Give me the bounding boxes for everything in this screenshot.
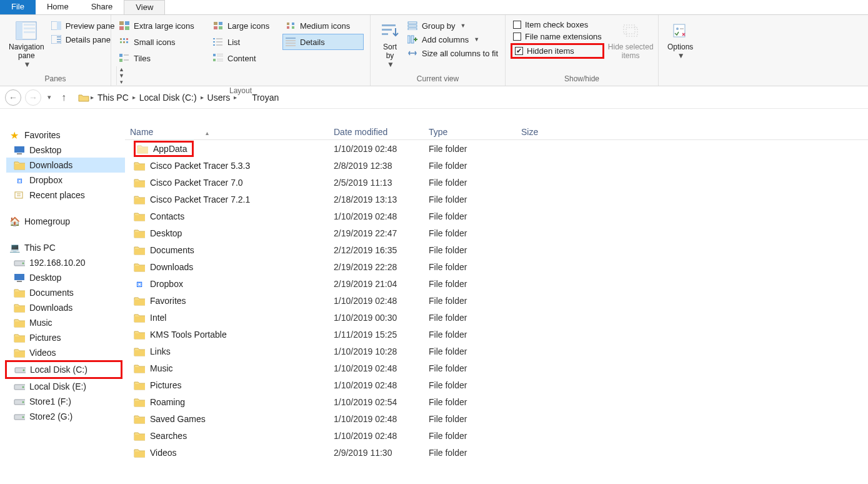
chevron-right-icon[interactable]: ▸ bbox=[89, 94, 95, 101]
back-button[interactable]: ← bbox=[5, 89, 21, 106]
sidebar-favorites[interactable]: ★Favorites bbox=[6, 128, 125, 143]
history-dropdown[interactable]: ▾ bbox=[45, 93, 54, 101]
chevron-right-icon[interactable]: ▸ bbox=[232, 94, 238, 101]
file-date: 1/10/2019 02:48 bbox=[329, 363, 424, 373]
svg-point-72 bbox=[22, 386, 24, 388]
layout-scroll-up-icon[interactable]: ▲ bbox=[118, 66, 125, 73]
file-date: 2/8/2019 12:38 bbox=[329, 161, 424, 171]
item-check-boxes-toggle[interactable]: Item check boxes bbox=[511, 19, 604, 31]
breadcrumb-segment[interactable]: Users bbox=[205, 93, 233, 103]
sidebar-item[interactable]: ⧈Dropbox bbox=[6, 173, 125, 188]
chevron-right-icon[interactable]: ▸ bbox=[199, 94, 205, 101]
tab-file[interactable]: File bbox=[0, 0, 36, 14]
layout-large-icons[interactable]: Large icons bbox=[210, 18, 282, 34]
column-date[interactable]: Date modified bbox=[329, 124, 424, 139]
sidebar-item[interactable]: Store2 (G:) bbox=[6, 409, 125, 424]
file-row[interactable]: KMS Tools Portable1/11/2019 15:25File fo… bbox=[125, 326, 868, 343]
sort-by-button[interactable]: Sort by ▼ bbox=[376, 18, 404, 73]
file-date: 1/10/2019 10:28 bbox=[329, 346, 424, 356]
file-row[interactable]: Cisco Packet Tracer 7.2.12/18/2019 13:13… bbox=[125, 191, 868, 208]
tab-home[interactable]: Home bbox=[36, 0, 80, 14]
up-button[interactable]: ↑ bbox=[57, 92, 70, 103]
file-row[interactable]: Pictures1/10/2019 02:48File folder bbox=[125, 376, 868, 393]
sidebar-item[interactable]: Music bbox=[6, 315, 125, 330]
file-row[interactable]: Videos2/9/2019 11:30File folder bbox=[125, 444, 868, 461]
column-name[interactable]: Name ▴ bbox=[125, 124, 329, 139]
file-row[interactable]: Intel1/10/2019 00:30File folder bbox=[125, 309, 868, 326]
svg-rect-17 bbox=[214, 26, 217, 29]
sidebar-item[interactable]: 192.168.10.20 bbox=[6, 255, 125, 270]
chevron-right-icon[interactable]: ▸ bbox=[131, 94, 137, 101]
svg-rect-57 bbox=[624, 25, 635, 34]
tab-share[interactable]: Share bbox=[80, 0, 124, 14]
layout-details[interactable]: Details bbox=[282, 34, 364, 50]
group-label-panes: Panes bbox=[5, 73, 106, 86]
add-columns-button[interactable]: Add columns▼ bbox=[404, 33, 501, 46]
sidebar-item[interactable]: Downloads bbox=[6, 158, 125, 173]
file-name-extensions-toggle[interactable]: File name extensions bbox=[511, 31, 604, 43]
chevron-down-icon: ▼ bbox=[387, 60, 394, 69]
file-row[interactable]: ⧈Dropbox2/19/2019 21:04File folder bbox=[125, 275, 868, 292]
file-row[interactable]: AppData1/10/2019 02:48File folder bbox=[125, 140, 868, 157]
breadcrumb-segment[interactable]: Local Disk (C:) bbox=[137, 93, 199, 103]
file-date: 2/9/2019 11:30 bbox=[329, 448, 424, 458]
breadcrumb-segment[interactable]: This PC bbox=[95, 93, 131, 103]
sidebar-item[interactable]: Local Disk (E:) bbox=[6, 379, 125, 394]
layout-small-icons[interactable]: Small icons bbox=[116, 34, 210, 50]
folder-icon bbox=[134, 228, 145, 239]
svg-rect-6 bbox=[57, 21, 61, 30]
file-row[interactable]: Links1/10/2019 10:28File folder bbox=[125, 343, 868, 360]
layout-medium-icons[interactable]: Medium icons bbox=[282, 18, 364, 34]
file-row[interactable]: Favorites1/10/2019 02:48File folder bbox=[125, 292, 868, 309]
file-row[interactable]: Downloads2/19/2019 22:28File folder bbox=[125, 258, 868, 275]
svg-rect-38 bbox=[286, 45, 296, 46]
layout-extra-large-icons[interactable]: Extra large icons bbox=[116, 18, 210, 34]
sidebar-item[interactable]: Desktop bbox=[6, 270, 125, 285]
file-row[interactable]: Roaming1/10/2019 02:54File folder bbox=[125, 393, 868, 410]
preview-pane-button[interactable]: Preview pane bbox=[48, 19, 117, 33]
sidebar-item[interactable]: Local Disk (C:) bbox=[7, 362, 121, 377]
options-button[interactable]: Options ▼ bbox=[664, 18, 697, 73]
sidebar-item[interactable]: Recent places bbox=[6, 188, 125, 203]
column-size[interactable]: Size bbox=[516, 124, 576, 139]
svg-rect-67 bbox=[14, 274, 24, 280]
size-all-columns-button[interactable]: Size all columns to fit bbox=[404, 46, 501, 60]
svg-rect-68 bbox=[17, 281, 22, 282]
breadcrumb-tail[interactable]: Troyan bbox=[246, 89, 282, 106]
file-type: File folder bbox=[424, 279, 516, 289]
breadcrumb-highlighted[interactable]: ▸ This PC ▸ Local Disk (C:) ▸ Users ▸ bbox=[74, 89, 242, 106]
navigation-pane-button[interactable]: Navigation pane ▼ bbox=[5, 18, 48, 73]
sidebar-item[interactable]: Downloads bbox=[6, 300, 125, 315]
sidebar-item[interactable]: Documents bbox=[6, 285, 125, 300]
tab-view[interactable]: View bbox=[124, 0, 165, 14]
details-pane-button[interactable]: Details pane bbox=[48, 33, 117, 46]
folder-icon: ⧈ bbox=[134, 278, 145, 290]
file-row[interactable]: Contacts1/10/2019 02:48File folder bbox=[125, 208, 868, 224]
file-row[interactable]: Music1/10/2019 02:48File folder bbox=[125, 360, 868, 376]
sidebar-item[interactable]: Videos bbox=[6, 345, 125, 360]
svg-rect-10 bbox=[57, 41, 61, 43]
file-row[interactable]: Documents2/12/2019 16:35File folder bbox=[125, 241, 868, 258]
file-row[interactable]: Saved Games1/10/2019 02:48File folder bbox=[125, 410, 868, 427]
sidebar-this-pc[interactable]: 💻This PC bbox=[6, 240, 125, 255]
layout-scroll-down-icon[interactable]: ▼ bbox=[118, 73, 125, 79]
sidebar-item[interactable]: Desktop bbox=[6, 143, 125, 158]
file-row[interactable]: Searches1/10/2019 02:48File folder bbox=[125, 427, 868, 444]
sidebar-homegroup[interactable]: 🏠Homegroup bbox=[6, 214, 125, 229]
svg-rect-54 bbox=[408, 28, 417, 30]
file-row[interactable]: Desktop2/19/2019 22:47File folder bbox=[125, 224, 868, 241]
layout-content[interactable]: Content bbox=[210, 50, 282, 66]
layout-list[interactable]: List bbox=[210, 34, 282, 50]
sidebar-item[interactable]: Store1 (F:) bbox=[6, 394, 125, 409]
breadcrumb-segment[interactable]: Troyan bbox=[249, 93, 281, 103]
svg-rect-34 bbox=[216, 44, 222, 46]
column-type[interactable]: Type bbox=[424, 124, 516, 139]
file-row[interactable]: Cisco Packet Tracer 5.3.32/8/2019 12:38F… bbox=[125, 157, 868, 174]
svg-rect-15 bbox=[214, 22, 217, 25]
sidebar-item[interactable]: Pictures bbox=[6, 330, 125, 345]
layout-expand-icon[interactable]: ▾ bbox=[118, 79, 125, 85]
layout-tiles[interactable]: Tiles bbox=[116, 50, 210, 66]
hidden-items-toggle[interactable]: ✔Hidden items bbox=[511, 43, 604, 59]
file-row[interactable]: Cisco Packet Tracer 7.02/5/2019 11:13Fil… bbox=[125, 174, 868, 191]
group-by-button[interactable]: Group by▼ bbox=[404, 19, 501, 33]
